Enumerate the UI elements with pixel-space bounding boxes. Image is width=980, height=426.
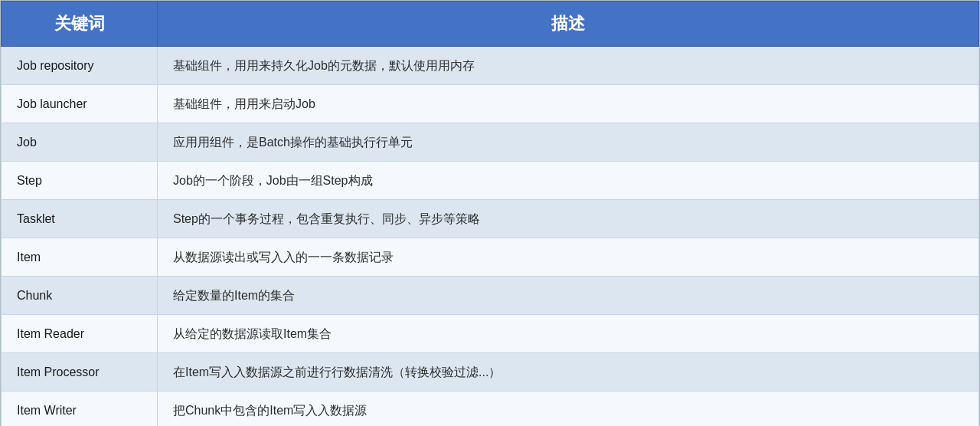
cell-keyword: Item Reader xyxy=(2,315,158,353)
cell-description: 在Item写入入数据源之前进行行数据清洗（转换校验过滤...） xyxy=(158,353,979,392)
table-row: Item Processor在Item写入入数据源之前进行行数据清洗（转换校验过… xyxy=(2,353,979,392)
table-row: Item从数据源读出或写入入的一一条数据记录 xyxy=(2,238,979,277)
cell-keyword: Item xyxy=(2,238,158,277)
cell-description: 基础组件，用用来持久化Job的元数据，默认使用用内存 xyxy=(158,47,979,85)
cell-description: 基础组件，用用来启动Job xyxy=(158,85,979,123)
cell-description: 从给定的数据源读取Item集合 xyxy=(158,315,979,353)
table-row: Job launcher基础组件，用用来启动Job xyxy=(2,85,979,123)
cell-keyword: Tasklet xyxy=(2,200,158,238)
table-row: Item Writer把Chunk中包含的Item写入入数据源 xyxy=(2,392,979,427)
cell-description: 把Chunk中包含的Item写入入数据源 xyxy=(158,392,979,427)
cell-keyword: Job xyxy=(2,123,158,162)
cell-keyword: Job repository xyxy=(2,47,158,85)
cell-keyword: Job launcher xyxy=(2,85,158,123)
cell-description: 从数据源读出或写入入的一一条数据记录 xyxy=(158,238,979,277)
cell-description: 应用用组件，是Batch操作的基础执行行单元 xyxy=(158,123,979,162)
table-row: Job repository基础组件，用用来持久化Job的元数据，默认使用用内存 xyxy=(2,47,979,85)
cell-keyword: Step xyxy=(2,162,158,200)
keyword-table: 关键词 描述 Job repository基础组件，用用来持久化Job的元数据，… xyxy=(1,1,979,426)
cell-description: 给定数量的Item的集合 xyxy=(158,277,979,315)
table-row: Item Reader从给定的数据源读取Item集合 xyxy=(2,315,979,353)
table-row: TaskletStep的一个事务过程，包含重复执行、同步、异步等策略 xyxy=(2,200,979,238)
table-header-row: 关键词 描述 xyxy=(2,2,979,47)
table-row: Chunk给定数量的Item的集合 xyxy=(2,277,979,315)
table-row: Job应用用组件，是Batch操作的基础执行行单元 xyxy=(2,123,979,162)
cell-description: Step的一个事务过程，包含重复执行、同步、异步等策略 xyxy=(158,200,979,238)
cell-keyword: Item Processor xyxy=(2,353,158,392)
main-table-container: 关键词 描述 Job repository基础组件，用用来持久化Job的元数据，… xyxy=(0,0,980,426)
header-description: 描述 xyxy=(158,2,979,47)
table-row: StepJob的一个阶段，Job由一组Step构成 xyxy=(2,162,979,200)
cell-description: Job的一个阶段，Job由一组Step构成 xyxy=(158,162,979,200)
header-keyword: 关键词 xyxy=(2,2,158,47)
cell-keyword: Item Writer xyxy=(2,392,158,427)
cell-keyword: Chunk xyxy=(2,277,158,315)
